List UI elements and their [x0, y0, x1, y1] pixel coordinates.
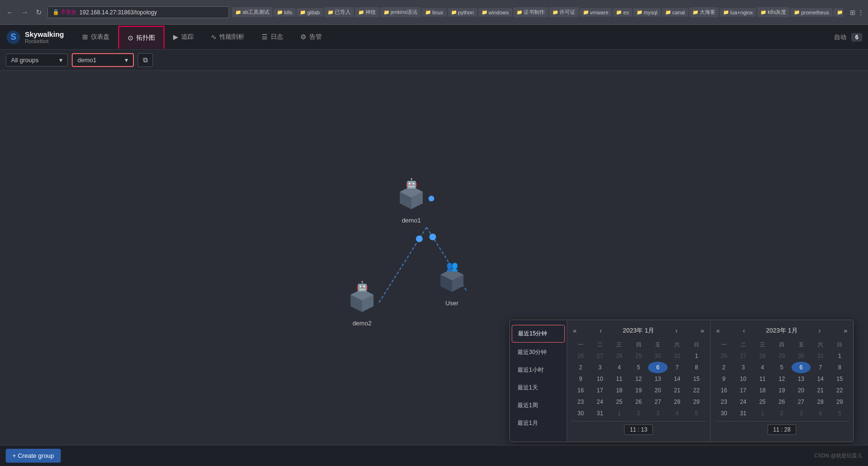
cal-next-month-button[interactable]: › [817, 326, 823, 335]
cal-day[interactable]: 28 [610, 350, 629, 362]
cal-day[interactable]: 3 [791, 408, 811, 419]
cal-day[interactable]: 12 [772, 373, 791, 385]
cal-day[interactable]: 3 [590, 362, 609, 373]
cal-day[interactable]: 28 [811, 396, 830, 408]
cal-day[interactable]: 18 [753, 385, 772, 396]
cal-day[interactable]: 3 [648, 408, 667, 419]
cal-day[interactable]: 30 [791, 350, 811, 362]
cal-day[interactable]: 10 [590, 373, 609, 385]
cal-prev-month-button[interactable]: ‹ [598, 326, 604, 335]
reload-button[interactable]: ↻ [33, 7, 44, 18]
cal-day[interactable]: 7 [811, 362, 830, 373]
cal-day[interactable]: 2 [629, 408, 648, 419]
bookmark-item[interactable]: 📁jenkins语法 [380, 7, 421, 17]
cal-day[interactable]: 22 [830, 385, 849, 396]
url-bar[interactable]: 🔒 不安全 192.168.14.27:31863/topology [47, 6, 229, 18]
quick-time-item[interactable]: 最近1月 [510, 414, 567, 432]
cal-day[interactable]: 23 [714, 396, 734, 408]
cal-day[interactable]: 26 [629, 396, 648, 408]
cal-day[interactable]: 15 [687, 373, 706, 385]
cal-day[interactable]: 11 [753, 373, 772, 385]
cal-day[interactable]: 11 [610, 373, 629, 385]
node-demo2[interactable]: 🤖demo2 [347, 285, 377, 327]
cal-day[interactable]: 3 [734, 362, 753, 373]
cal-day[interactable]: 29 [830, 396, 849, 408]
bookmark-item[interactable]: 📁大海客 [689, 7, 719, 17]
quick-time-item[interactable]: 最近1小时 [510, 361, 567, 379]
cal-day[interactable]: 8 [830, 362, 849, 373]
cal-day[interactable]: 17 [734, 385, 753, 396]
cal-day[interactable]: 2 [571, 362, 590, 373]
cal-day[interactable]: 13 [648, 373, 667, 385]
cal-day[interactable]: 22 [687, 385, 706, 396]
bookmark-item[interactable]: 📁vmware [580, 8, 612, 17]
cal-day[interactable]: 6 [791, 362, 811, 373]
cal-day[interactable]: 1 [610, 408, 629, 419]
cal-next-year-button[interactable]: » [699, 326, 706, 335]
service-select[interactable]: demo1 ▾ [72, 53, 134, 67]
tab-performance[interactable]: ∿性能剖析 [202, 25, 253, 50]
bookmark-item[interactable]: 📁k8s [274, 8, 296, 17]
cal-day[interactable]: 5 [772, 362, 791, 373]
cal-day[interactable]: 1 [687, 350, 706, 362]
cal-day[interactable]: 2 [772, 408, 791, 419]
cal-day[interactable]: 28 [753, 350, 772, 362]
cal-day[interactable]: 1 [830, 350, 849, 362]
quick-time-item[interactable]: 最近1天 [510, 379, 567, 397]
cal-day[interactable]: 8 [687, 362, 706, 373]
bookmark-item[interactable]: 📁mysql [633, 8, 661, 17]
cal-day[interactable]: 24 [590, 396, 609, 408]
cal-day[interactable]: 21 [668, 385, 687, 396]
cal-day[interactable]: 29 [687, 396, 706, 408]
extensions-button[interactable]: ⊞ [850, 9, 856, 16]
create-group-button[interactable]: + Create group [6, 449, 61, 463]
cal-day[interactable]: 20 [791, 385, 811, 396]
cal-day[interactable]: 14 [811, 373, 830, 385]
cal-day[interactable]: 31 [811, 350, 830, 362]
cal-day[interactable]: 19 [629, 385, 648, 396]
cal-day[interactable]: 10 [734, 373, 753, 385]
cal-day[interactable]: 25 [610, 396, 629, 408]
bookmark-item[interactable]: 📁许可证 [549, 7, 579, 17]
menu-button[interactable]: ⋮ [857, 9, 864, 16]
cal-day[interactable]: 18 [610, 385, 629, 396]
cal-day[interactable]: 7 [668, 362, 687, 373]
node-user[interactable]: 👥User [437, 265, 467, 307]
cal-day[interactable]: 31 [668, 350, 687, 362]
bookmark-item[interactable]: 📁k8s灰度 [757, 7, 790, 17]
cal-day[interactable]: 5 [687, 408, 706, 419]
bookmark-item[interactable]: 📁gitlab [297, 8, 323, 17]
cal-day[interactable]: 29 [772, 350, 791, 362]
bookmark-item[interactable]: 📁prometheus [791, 8, 832, 17]
bookmark-item[interactable]: 📁canal [662, 8, 688, 17]
cal-day[interactable]: 16 [714, 385, 734, 396]
bookmark-item[interactable]: 📁神技 [355, 7, 379, 17]
cal-next-month-button[interactable]: › [673, 326, 680, 335]
forward-button[interactable]: → [19, 7, 31, 17]
cal-day[interactable]: 5 [629, 362, 648, 373]
quick-time-item[interactable]: 最近30分钟 [510, 344, 567, 361]
tab-dashboard[interactable]: ⊞仪表盘 [74, 25, 118, 50]
bookmark-item[interactable]: 📁linux [422, 8, 447, 17]
bookmark-item[interactable]: 📁ab工具测试 [232, 7, 273, 17]
bookmark-item[interactable]: 📁python [448, 8, 477, 17]
cal-next-year-button[interactable]: » [842, 326, 849, 335]
cal-day[interactable]: 13 [791, 373, 811, 385]
bookmark-item[interactable]: 📁已导入 [324, 7, 354, 17]
cal-day[interactable]: 30 [571, 408, 590, 419]
cal-day[interactable]: 14 [668, 373, 687, 385]
cal-day[interactable]: 27 [590, 350, 609, 362]
cal-day[interactable]: 16 [571, 385, 590, 396]
bookmark-item[interactable]: 📁windows [478, 8, 512, 17]
cal-day[interactable]: 15 [830, 373, 849, 385]
tab-alert[interactable]: ⚙告管 [292, 25, 330, 50]
cal-day[interactable]: 30 [648, 350, 667, 362]
cal-day[interactable]: 26 [571, 350, 590, 362]
node-demo1[interactable]: 🤖demo1 [396, 182, 427, 224]
cal-day[interactable]: 29 [629, 350, 648, 362]
cal-day[interactable]: 27 [648, 396, 667, 408]
cal-day[interactable]: 17 [590, 385, 609, 396]
cal-day[interactable]: 26 [714, 350, 734, 362]
bookmark-item[interactable]: 📁证书制作 [513, 7, 548, 17]
cal-day[interactable]: 6 [648, 362, 667, 373]
